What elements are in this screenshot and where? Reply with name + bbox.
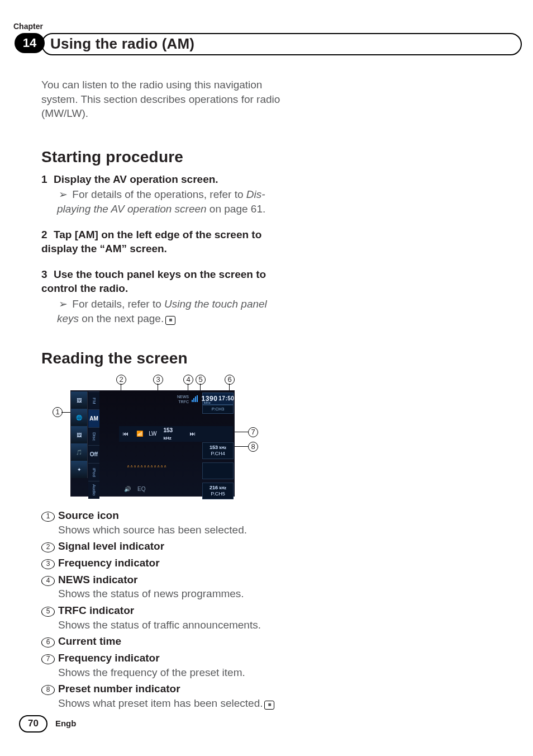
screen-legend: 1Source iconShows which source has been … <box>41 508 282 710</box>
source-ipod[interactable]: iPod <box>88 463 99 481</box>
side-app-icons: 🖼 🌐 🖼 🎵 ✦ <box>71 391 88 478</box>
preset-2[interactable] <box>202 462 234 479</box>
sound-icon[interactable]: 🔊 <box>124 485 131 493</box>
music-icon[interactable]: 🎵 <box>71 443 88 461</box>
thumb2-icon[interactable]: 🖼 <box>71 426 88 443</box>
legend-6: 6Current time <box>41 634 282 649</box>
preset-top: P.CH3 <box>202 405 234 414</box>
locale-label: Engb <box>55 718 77 729</box>
preset-3[interactable]: 216 kHzP.CH5 <box>202 483 234 499</box>
callout-7: 7 <box>248 427 258 437</box>
section-reading-the-screen-heading: Reading the screen <box>41 348 282 369</box>
bluetooth-icon[interactable]: ✦ <box>71 461 88 478</box>
legend-3: 3Frequency indicator <box>41 556 282 570</box>
legend-7: 7Frequency indicatorShows the frequency … <box>41 651 282 679</box>
source-bar: FM AM Disc Off iPod Audio <box>88 391 99 499</box>
tuner-row: ⏮ 📶 LW 153 kHz ⏭ <box>119 426 233 442</box>
step-3-reference: ➢ For details, refer to Using the touch … <box>57 297 282 325</box>
step-3: 3Use the touch panel keys on the screen … <box>41 267 282 296</box>
step-1: 1Display the AV operation screen. <box>41 172 282 187</box>
source-off[interactable]: Off <box>88 445 99 463</box>
source-am[interactable]: AM <box>88 409 99 427</box>
signal-bars-icon <box>192 395 199 402</box>
step-2: 2Tap [AM] on the left edge of the screen… <box>41 228 282 256</box>
callout-3: 3 <box>153 375 163 385</box>
source-disc[interactable]: Disc <box>88 427 99 445</box>
callout-6: 6 <box>225 375 235 385</box>
globe-icon[interactable]: 🌐 <box>71 409 88 426</box>
news-trfc-indicator: NEWSTRFC <box>177 394 189 404</box>
chapter-number-badge: 14 <box>15 33 45 53</box>
section-end-icon: ■ <box>264 701 274 710</box>
source-fm[interactable]: FM <box>88 391 99 409</box>
legend-5: 5TRFC indicatorShows the status of traff… <box>41 603 282 632</box>
callout-5: 5 <box>196 375 206 385</box>
step-1-reference: ➢ For details of the operations, refer t… <box>57 187 282 216</box>
section-end-icon: ■ <box>165 316 175 325</box>
reference-icon: ➢ <box>57 297 69 311</box>
thumb-icon[interactable]: 🖼 <box>71 391 88 409</box>
prev-track-icon[interactable]: ⏮ <box>119 430 133 438</box>
preset-1[interactable]: 153 kHzP.CH4 <box>202 442 234 459</box>
waveform-icon: ∧∧∧∧∧∧∧∧∧∧∧∧ <box>127 464 194 472</box>
page-number: 70 <box>19 715 47 733</box>
callout-8: 8 <box>248 442 258 452</box>
callout-2: 2 <box>116 375 126 385</box>
next-track-icon[interactable]: ⏭ <box>185 430 199 438</box>
legend-4: 4NEWS indicatorShows the status of news … <box>41 573 282 601</box>
bottom-toolbar: 🔊 EQ <box>124 485 145 493</box>
clock-display: 1390kHz17:50 <box>202 393 234 405</box>
page-footer: 70 Engb <box>19 715 76 733</box>
eq-button[interactable]: EQ <box>137 485 145 493</box>
legend-8: 8Preset number indicatorShows what prese… <box>41 682 282 710</box>
legend-1: 1Source iconShows which source has been … <box>41 508 282 537</box>
section-starting-procedure-heading: Starting procedure <box>41 147 282 168</box>
page-header: 14 Using the radio (AM) <box>15 33 522 55</box>
signal-icon: 📶 <box>133 430 147 438</box>
callout-4: 4 <box>183 375 193 385</box>
legend-2: 2Signal level indicator <box>41 539 282 554</box>
source-audio[interactable]: Audio <box>88 481 99 499</box>
page-title: Using the radio (AM) <box>41 33 522 55</box>
reference-icon: ➢ <box>57 187 69 202</box>
chapter-label: Chapter <box>13 21 492 32</box>
intro-paragraph: You can listen to the radio using this n… <box>41 78 282 121</box>
screen-diagram: 2 3 4 5 6 1 7 8 NEWSTRFC <box>53 375 259 500</box>
